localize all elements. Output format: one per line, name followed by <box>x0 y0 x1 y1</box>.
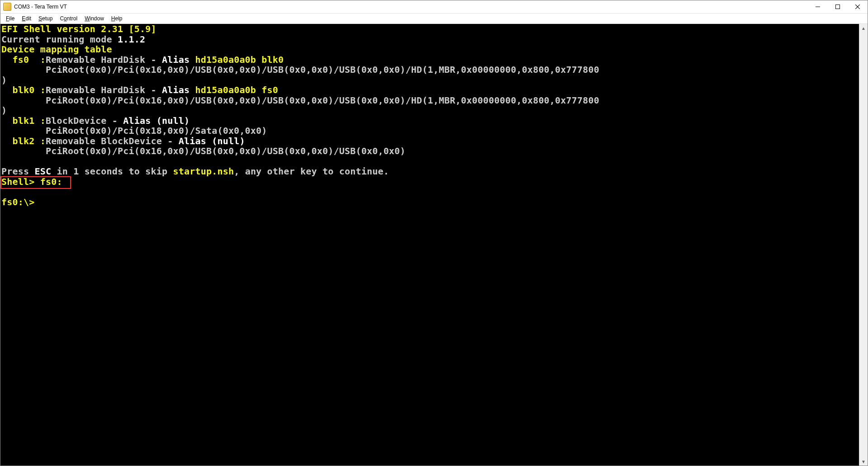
press-esc: ESC <box>34 166 51 177</box>
minimize-icon <box>816 5 820 9</box>
fs0-alias: hd15a0a0a0b blk0 <box>195 54 284 65</box>
close-button[interactable] <box>848 0 868 13</box>
line-mode-value: 1.1.2 <box>118 34 145 45</box>
app-icon <box>3 3 11 11</box>
blk1-label: blk1 : <box>1 115 46 126</box>
window-title: COM3 - Tera Term VT <box>14 4 67 10</box>
blk1-alias: (null) <box>157 115 190 126</box>
blk2-desc: Removable BlockDevice - <box>46 136 179 146</box>
scroll-up-icon[interactable]: ▲ <box>859 24 868 32</box>
blk0-desc: Removable HardDisk - <box>46 85 162 95</box>
blk2-path: PciRoot(0x0)/Pci(0x16,0x0)/USB(0x0,0x0)/… <box>1 146 406 156</box>
titlebar[interactable]: COM3 - Tera Term VT <box>0 0 868 14</box>
menu-help[interactable]: Help <box>108 14 126 23</box>
maximize-icon <box>835 5 840 9</box>
shell-prompt: Shell> <box>1 176 40 187</box>
line-efi-shell: EFI Shell version 2.31 [5.9] <box>1 24 157 34</box>
menu-window[interactable]: Window <box>81 14 108 23</box>
fs0-desc: Removable HardDisk - <box>46 54 162 65</box>
line-mode-label: Current running mode <box>1 34 118 45</box>
minimize-button[interactable] <box>808 0 828 13</box>
blk0-alias: hd15a0a0a0b fs0 <box>195 85 278 95</box>
press-startup: startup.nsh <box>173 166 234 177</box>
svg-rect-1 <box>836 5 840 9</box>
app-window: COM3 - Tera Term VT File Edit Setup Cont… <box>0 0 868 466</box>
blk2-alias: (null) <box>212 136 245 146</box>
menu-edit[interactable]: Edit <box>18 14 35 23</box>
maximize-button[interactable] <box>828 0 848 13</box>
menubar: File Edit Setup Control Window Help <box>0 14 868 24</box>
terminal[interactable]: EFI Shell version 2.31 [5.9] Current run… <box>0 24 859 466</box>
press-mid: in 1 seconds to skip <box>51 166 173 177</box>
close-icon <box>855 5 860 9</box>
press-post: , any other key to continue. <box>234 166 389 177</box>
menu-file[interactable]: File <box>2 14 18 23</box>
blk0-path: PciRoot(0x0)/Pci(0x16,0x0)/USB(0x0,0x0)/… <box>1 95 599 106</box>
blk1-desc: BlockDevice - <box>46 115 123 126</box>
fs0-path: PciRoot(0x0)/Pci(0x16,0x0)/USB(0x0,0x0)/… <box>1 64 599 75</box>
blk0-path-close: ) <box>1 105 7 116</box>
line-device-table: Device mapping table <box>1 44 112 55</box>
fs0-path-close: ) <box>1 75 7 85</box>
menu-control[interactable]: Control <box>56 14 81 23</box>
menu-setup[interactable]: Setup <box>35 14 56 23</box>
blk1-path: PciRoot(0x0)/Pci(0x18,0x0)/Sata(0x0,0x0) <box>1 125 267 136</box>
fs0-prompt: fs0:\> <box>1 197 34 207</box>
blk2-label: blk2 : <box>1 136 46 146</box>
scrollbar[interactable]: ▲ ▼ <box>859 24 868 466</box>
terminal-area: EFI Shell version 2.31 [5.9] Current run… <box>0 24 868 466</box>
shell-cmd: fs0: <box>40 176 62 187</box>
alias-word-3: Alias <box>123 115 156 126</box>
alias-word-1: Alias <box>162 54 195 65</box>
scroll-down-icon[interactable]: ▼ <box>859 457 868 466</box>
fs0-label: fs0 : <box>1 54 46 65</box>
press-pre: Press <box>1 166 34 177</box>
blk0-label: blk0 : <box>1 85 46 95</box>
alias-word-2: Alias <box>162 85 195 95</box>
alias-word-4: Alias <box>179 136 212 146</box>
scroll-track[interactable] <box>859 32 868 457</box>
